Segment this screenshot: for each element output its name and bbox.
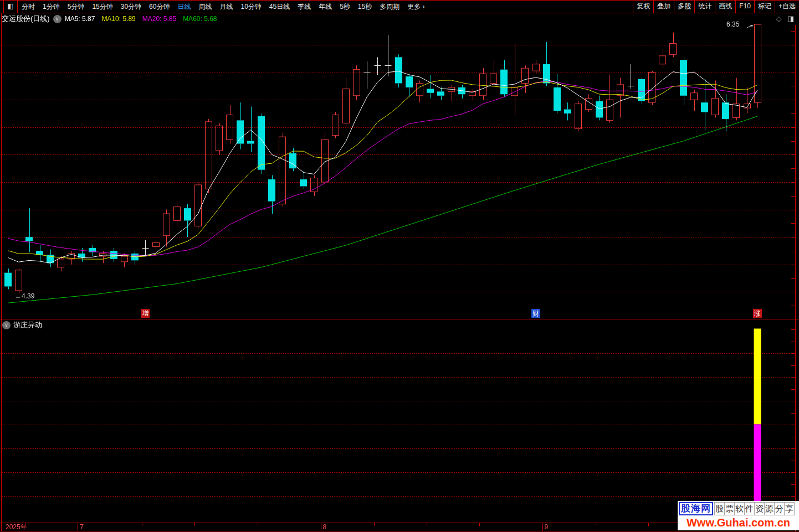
period-15分钟[interactable]: 15分钟 — [88, 1, 116, 13]
ma-label: MA60: 5.68 — [183, 15, 217, 23]
ma-labels: MA5: 5.87MA10: 5.89MA20: 5.85MA60: 5.68 — [65, 15, 224, 23]
panel-left-icon: ◧ — [7, 2, 13, 10]
period-1分钟[interactable]: 1分钟 — [39, 1, 64, 13]
layout-panel-icon[interactable]: ◧ — [3, 1, 18, 13]
period-日线[interactable]: 日线 — [173, 1, 194, 13]
axis-label-8: 8 — [323, 524, 327, 531]
period-分时[interactable]: 分时 — [18, 1, 39, 13]
axis-label-7: 7 — [80, 524, 84, 531]
event-marker-财: 财 — [531, 309, 540, 318]
toolbar-button-画线[interactable]: 画线 — [715, 1, 735, 13]
period-menu: 分时1分钟5分钟15分钟30分钟60分钟日线周线月线10分钟45日线季线年线5秒… — [18, 1, 429, 13]
watermark-tagline-char: 源 — [765, 502, 775, 515]
watermark-tagline-char: 软 — [735, 502, 745, 515]
period-更多 ›[interactable]: 更多 › — [403, 1, 428, 13]
watermark-tagline: 股票软件资源分享 — [714, 502, 795, 515]
high-price-annotation: 6.35 — [726, 20, 739, 28]
toolbar-button-标记[interactable]: 标记 — [754, 1, 775, 13]
ma-label: MA20: 5.85 — [142, 15, 176, 23]
title-corner-icons: ◇ ◨ — [776, 14, 794, 23]
period-60分钟[interactable]: 60分钟 — [145, 1, 173, 13]
watermark-tagline-char: 件 — [745, 502, 755, 515]
watermark-tagline-char: 分 — [775, 502, 785, 515]
period-季线[interactable]: 季线 — [294, 1, 315, 13]
watermark-top-row: 股海网 股票软件资源分享 — [678, 501, 799, 516]
period-5秒[interactable]: 5秒 — [336, 1, 354, 13]
chevron-down-icon[interactable]: ∨ — [2, 321, 11, 329]
chevron-down-icon[interactable]: ∨ — [53, 15, 62, 23]
period-30分钟[interactable]: 30分钟 — [117, 1, 145, 13]
watermark-tagline-char: 享 — [785, 502, 795, 515]
indicator-label-row: ∨ 游庄异动 — [2, 320, 42, 330]
event-marker-涨: 涨 — [753, 309, 762, 318]
diamond-icon[interactable]: ◇ — [776, 14, 782, 23]
watermark-tagline-char: 资 — [755, 502, 765, 515]
toolbar: ◧ 分时1分钟5分钟15分钟30分钟60分钟日线周线月线10分钟45日线季线年线… — [0, 0, 799, 13]
ma-label: MA10: 5.89 — [101, 15, 135, 23]
toolbar-button-F10[interactable]: F10 — [735, 1, 754, 13]
ma-label: MA5: 5.87 — [65, 15, 95, 23]
toolbar-right-buttons: 复权叠加多股统计画线F10标记+自选 — [633, 1, 799, 13]
period-5分钟[interactable]: 5分钟 — [64, 1, 89, 13]
toolbar-button-叠加[interactable]: 叠加 — [653, 1, 674, 13]
panel-split-icon[interactable]: ◨ — [787, 14, 794, 23]
watermark-brand: 股海网 — [679, 502, 713, 515]
watermark-tagline-char: 股 — [714, 502, 725, 515]
toolbar-button-+自选[interactable]: +自选 — [775, 1, 799, 13]
price-and-indicator-canvas[interactable] — [0, 0, 799, 532]
event-marker-增: 增 — [141, 309, 150, 318]
trading-app-window: ◧ 分时1分钟5分钟15分钟30分钟60分钟日线周线月线10分钟45日线季线年线… — [0, 0, 799, 532]
title-row: 交运股份(日线) ∨ MA5: 5.87MA10: 5.89MA20: 5.85… — [0, 13, 224, 25]
period-年线[interactable]: 年线 — [315, 1, 336, 13]
period-15秒[interactable]: 15秒 — [354, 1, 376, 13]
low-price-annotation: ←4.39 — [15, 292, 34, 300]
period-10分钟[interactable]: 10分钟 — [237, 1, 265, 13]
watermark-tagline-char: 票 — [725, 502, 735, 515]
axis-label-9: 9 — [545, 524, 549, 531]
toolbar-button-复权[interactable]: 复权 — [633, 1, 653, 13]
period-月线[interactable]: 月线 — [216, 1, 237, 13]
toolbar-button-多股[interactable]: 多股 — [674, 1, 694, 13]
watermark-url: Www.Guhai.com.cn — [678, 516, 799, 529]
watermark: 股海网 股票软件资源分享 Www.Guhai.com.cn — [678, 501, 799, 530]
period-多周期[interactable]: 多周期 — [376, 1, 403, 13]
axis-label-2025年: 2025年 — [6, 524, 27, 531]
period-周线[interactable]: 周线 — [194, 1, 216, 13]
period-45日线[interactable]: 45日线 — [265, 1, 294, 13]
indicator-name[interactable]: 游庄异动 — [13, 320, 42, 330]
toolbar-button-统计[interactable]: 统计 — [694, 1, 715, 13]
stock-title: 交运股份(日线) — [2, 14, 50, 24]
